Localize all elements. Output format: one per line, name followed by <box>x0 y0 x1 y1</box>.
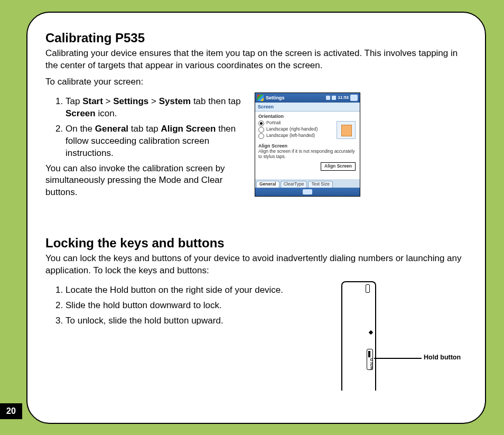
device-bottom-bar <box>255 188 360 196</box>
tab-text-size[interactable]: Text Size <box>308 181 333 188</box>
device-title: Settings <box>266 95 326 100</box>
radio-icon <box>258 121 264 126</box>
section-calibrating: Calibrating P535 Calibrating your device… <box>45 31 467 199</box>
device-tabs: General ClearType Text Size <box>255 179 360 188</box>
hold-button-label: Hold button <box>424 354 461 361</box>
heading-locking: Locking the keys and buttons <box>45 236 467 251</box>
calibrating-note: You can also invoke the calibration scre… <box>45 163 246 199</box>
align-screen-desc: Align the screen if it is not responding… <box>258 149 357 160</box>
path-start: Start <box>82 96 103 106</box>
radio-icon <box>258 133 264 139</box>
calibrating-step-2: On the General tab tap Align Screen then… <box>66 123 246 160</box>
intro-calibrating: Calibrating your device ensures that the… <box>45 48 467 72</box>
heading-calibrating: Calibrating P535 <box>45 31 467 45</box>
device-clock: 11:53 <box>338 95 349 100</box>
callout-line <box>374 358 422 359</box>
radio-icon <box>258 127 264 133</box>
device-titlebar: Settings 11:53 <box>255 93 360 103</box>
text: Tap <box>66 96 82 106</box>
path-system: System <box>159 96 191 106</box>
device-breadcrumb: Screen <box>255 103 360 112</box>
radio-landscape-left-label: Landscape (left-handed) <box>266 133 315 138</box>
intro-locking: You can lock the keys and buttons of you… <box>45 253 467 277</box>
path-general: General <box>95 124 128 134</box>
align-screen-button[interactable]: Align Screen <box>321 162 356 171</box>
locking-text-column: Locate the Hold button on the right side… <box>45 281 325 330</box>
align-screen-heading: Align Screen <box>258 143 357 149</box>
section-locking: Locking the keys and buttons You can loc… <box>45 236 467 392</box>
signal-icon <box>326 96 330 100</box>
device-side-illustration: HOLD Hold button <box>341 281 463 392</box>
path-settings: Settings <box>113 96 148 106</box>
locking-step-3: To unlock, slide the hold button upward. <box>66 315 325 327</box>
tab-cleartype[interactable]: ClearType <box>281 181 307 188</box>
text: On the <box>66 124 95 134</box>
device-body: Orientation Portrait Landscape (right-ha… <box>255 112 360 196</box>
device-screenshot-settings-screen: Settings 11:53 Screen Orientation Portra… <box>255 92 360 197</box>
volume-icon <box>332 96 336 100</box>
radio-portrait-label: Portrait <box>266 121 281 126</box>
radio-landscape-right-label: Landscape (right-handed) <box>266 127 318 132</box>
status-icons <box>326 96 336 100</box>
text: icon. <box>96 108 117 118</box>
text: tab tap <box>128 124 161 134</box>
locking-step-1: Locate the Hold button on the right side… <box>66 284 325 297</box>
calibrating-text-column: Tap Start > Settings > System tab then t… <box>45 92 246 199</box>
text: tab then tap <box>191 96 241 106</box>
calibrating-steps: Tap Start > Settings > System tab then t… <box>45 96 246 160</box>
start-icon <box>257 95 264 101</box>
page-number: 20 <box>0 403 22 419</box>
calibrating-step-1: Tap Start > Settings > System tab then t… <box>66 96 246 120</box>
device-outline: HOLD <box>341 281 375 391</box>
device-indicator-icon <box>369 330 373 335</box>
locking-step-2: Slide the hold button downward to lock. <box>66 300 325 312</box>
locking-steps: Locate the Hold button on the right side… <box>45 284 325 327</box>
lead-calibrating: To calibrate your screen: <box>45 76 467 88</box>
device-top-slot <box>366 284 370 293</box>
orientation-heading: Orientation <box>258 114 357 119</box>
ok-icon <box>350 95 358 101</box>
path-align-screen: Align Screen <box>161 124 216 134</box>
manual-page-frame: Calibrating P535 Calibrating your device… <box>26 12 486 424</box>
tab-general[interactable]: General <box>256 181 279 188</box>
orientation-preview-icon <box>337 121 356 139</box>
path-screen: Screen <box>66 108 96 118</box>
text: > <box>148 96 158 106</box>
keyboard-icon <box>303 189 312 195</box>
hold-text-vertical: HOLD <box>370 358 374 369</box>
text: > <box>103 96 113 106</box>
